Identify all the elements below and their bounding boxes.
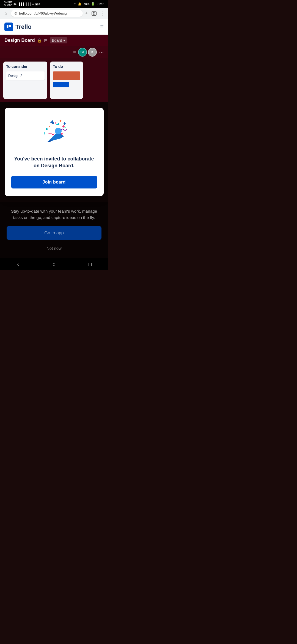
android-nav-bar: ‹ ○ □ bbox=[0, 258, 108, 270]
recent-apps-button[interactable]: □ bbox=[85, 260, 96, 268]
carrier-text: SMARTGLOBE bbox=[4, 1, 12, 7]
browser-home-button[interactable]: ⌂ bbox=[3, 10, 9, 16]
new-tab-button[interactable]: + bbox=[85, 10, 88, 16]
trello-logo: Trello bbox=[4, 23, 32, 31]
svg-rect-7 bbox=[59, 120, 61, 122]
confetti-illustration bbox=[38, 116, 71, 149]
invite-modal: You've been invited to collaborate on De… bbox=[5, 108, 104, 196]
card-blue-bar bbox=[53, 82, 69, 87]
card-orange-bar bbox=[53, 71, 80, 80]
time-display: 21:46 bbox=[97, 2, 104, 5]
bluetooth-icon: ✦ bbox=[74, 2, 76, 6]
more-options-button[interactable]: ··· bbox=[99, 49, 104, 55]
board-view-dropdown[interactable]: Board ▾ bbox=[50, 37, 67, 43]
back-button[interactable]: ‹ bbox=[13, 260, 24, 268]
not-now-button[interactable]: Not now bbox=[44, 244, 64, 253]
status-bar: SMARTGLOBE 4G ▐▐▐ ▐▐▐ ⦿ ▣ 3 ✦ 🔔 78% 🔋 21… bbox=[0, 0, 108, 8]
number-badge: 3 bbox=[38, 2, 40, 5]
status-right: ✦ 🔔 78% 🔋 21:46 bbox=[74, 2, 104, 6]
modal-overlay: You've been invited to collaborate on De… bbox=[0, 102, 108, 202]
go-to-app-button[interactable]: Go to app bbox=[7, 226, 101, 240]
trello-header: Trello ≡ bbox=[0, 19, 108, 35]
list-title-todo: To do bbox=[53, 64, 80, 69]
chevron-down-icon: ▾ bbox=[63, 38, 65, 43]
svg-rect-10 bbox=[56, 123, 59, 125]
svg-point-11 bbox=[55, 122, 56, 124]
board-toolbar: Design Board 🔒 ⊞ Board ▾ bbox=[0, 35, 108, 46]
member-avatar-k[interactable]: K bbox=[88, 48, 97, 57]
network-icon: 4G bbox=[13, 2, 17, 5]
board-view-label: Board bbox=[52, 38, 62, 43]
svg-point-12 bbox=[64, 127, 66, 128]
list-card-design2[interactable]: Design 2 bbox=[6, 71, 45, 80]
wifi-icon: ⦿ bbox=[32, 2, 34, 5]
battery-icon: 🔋 bbox=[91, 2, 95, 6]
svg-rect-1 bbox=[9, 25, 11, 27]
board-list-consider: To consider Design 2 bbox=[3, 62, 47, 99]
silent-icon: 🔔 bbox=[78, 2, 82, 6]
svg-rect-8 bbox=[62, 125, 65, 128]
board-list-todo: To do bbox=[50, 62, 83, 99]
member-avatar-st[interactable]: ST bbox=[78, 48, 87, 57]
cast-icon: ▣ bbox=[35, 2, 38, 5]
lock-icon: 🔒 bbox=[37, 38, 42, 43]
join-board-button[interactable]: Join board bbox=[11, 176, 97, 188]
board-view-icon: ⊞ bbox=[44, 38, 48, 43]
board-members-row: ≡ ST K ··· bbox=[0, 46, 108, 58]
url-bar[interactable]: ⊙ trello.com/b/P60aUwyW/desig bbox=[11, 10, 83, 17]
browser-chrome: ⌂ ⊙ trello.com/b/P60aUwyW/desig + D ⋮ bbox=[0, 8, 108, 19]
battery-text: 78% bbox=[83, 2, 89, 5]
status-left: SMARTGLOBE 4G ▐▐▐ ▐▐▐ ⦿ ▣ 3 bbox=[4, 1, 40, 7]
signal2-icon: ▐▐▐ bbox=[25, 2, 31, 5]
list-title-consider: To consider bbox=[6, 64, 45, 69]
invite-message: You've been invited to collaborate on De… bbox=[11, 156, 97, 169]
trello-logo-icon bbox=[4, 23, 13, 31]
svg-point-14 bbox=[61, 133, 63, 135]
app-description: Stay up-to-date with your team's work, m… bbox=[7, 208, 101, 221]
board-title-area: Design Board 🔒 ⊞ Board ▾ bbox=[4, 37, 67, 43]
board-members-area: ST K ··· bbox=[78, 48, 104, 57]
home-button[interactable]: ○ bbox=[49, 260, 60, 268]
browser-actions: + D ⋮ bbox=[85, 10, 105, 16]
hamburger-menu-button[interactable]: ≡ bbox=[100, 23, 104, 30]
menu-button[interactable]: ⋮ bbox=[100, 10, 105, 16]
url-text: trello.com/b/P60aUwyW/desig bbox=[19, 11, 67, 15]
filter-icon[interactable]: ≡ bbox=[73, 49, 76, 55]
svg-rect-9 bbox=[46, 128, 48, 130]
board-title: Design Board bbox=[4, 38, 35, 43]
svg-rect-0 bbox=[7, 25, 9, 28]
tab-switcher-button[interactable]: D bbox=[92, 11, 97, 16]
app-section: Stay up-to-date with your team's work, m… bbox=[0, 202, 108, 258]
board-content: To consider Design 2 To do bbox=[0, 58, 108, 102]
trello-logo-text: Trello bbox=[15, 23, 32, 30]
url-security-icon: ⊙ bbox=[14, 11, 17, 15]
svg-point-13 bbox=[49, 126, 50, 127]
signal-icon: ▐▐▐ bbox=[18, 2, 24, 5]
